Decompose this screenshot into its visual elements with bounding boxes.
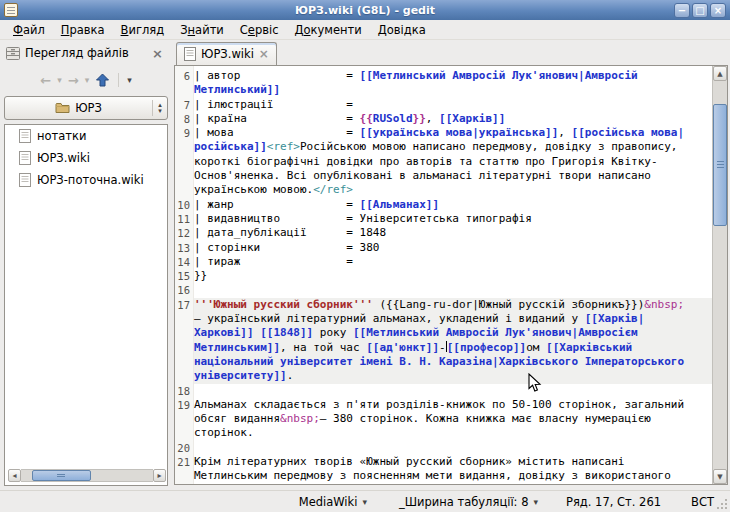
tab-width-dropdown-icon: ▾	[533, 497, 538, 507]
spinner-down-icon: ▾	[158, 108, 162, 114]
menu-search[interactable]: Знайти	[173, 21, 231, 39]
tab-yurz-wiki[interactable]: ЮРЗ.wiki ×	[176, 42, 277, 65]
text-view[interactable]: 6| автор = [[Метлинський Амвросій Лук'ян…	[175, 66, 712, 484]
window-title: ЮРЗ.wiki (G8L) - gedit	[0, 4, 730, 17]
folder-spinner[interactable]: ▴ ▾	[152, 100, 167, 116]
line-number: 16	[175, 283, 194, 297]
line-text	[194, 384, 712, 398]
line-number: 9	[175, 126, 194, 140]
menu-documents[interactable]: Документи	[288, 21, 369, 39]
scroll-down-icon[interactable]: ▼	[713, 469, 727, 484]
file-item[interactable]: ЮРЗ.wiki	[5, 147, 167, 169]
code-line: 20	[175, 441, 712, 455]
resize-grip[interactable]	[716, 498, 728, 510]
scroll-right-icon[interactable]: ▸	[153, 469, 166, 482]
side-panel-close-icon[interactable]: ×	[149, 46, 166, 61]
line-number	[175, 412, 194, 426]
line-text: Основ'яненка. Всі опубліковані в альмана…	[194, 169, 712, 183]
up-directory-icon[interactable]	[95, 73, 110, 87]
tab-bar: ЮРЗ.wiki ×	[174, 42, 728, 65]
line-number: 14	[175, 255, 194, 269]
file-item[interactable]: нотатки	[5, 125, 167, 147]
code-line: 18	[175, 384, 712, 398]
line-number: 8	[175, 112, 194, 126]
code-line: Метлинським передмову з поясненням мети …	[175, 469, 712, 483]
code-line: 19Альманах складається з п'яти розділів-…	[175, 398, 712, 412]
panel-menu-icon[interactable]: ▾	[127, 75, 132, 85]
line-number	[175, 312, 194, 326]
line-number: 11	[175, 212, 194, 226]
toolbar-separator	[118, 73, 119, 87]
line-number: 7	[175, 98, 194, 112]
line-number: 21	[175, 455, 194, 469]
hscroll-thumb[interactable]	[32, 470, 91, 481]
line-number	[175, 169, 194, 183]
side-panel-title: Перегляд файлів	[25, 46, 144, 60]
file-list: ◂ ▸ нотаткиЮРЗ.wikiЮРЗ-поточна.wiki	[4, 124, 168, 486]
line-text: Метлинський]]	[194, 83, 712, 97]
line-number: 15	[175, 269, 194, 283]
side-panel: Перегляд файлів × ← ▾ → ▾ ▾ ЮРЗ ▴ ▾ ◂	[2, 42, 170, 488]
code-line: — український літературний альманах, укл…	[175, 312, 712, 326]
line-text: '''Южный русский сборник''' ({{Lang-ru-d…	[194, 298, 712, 312]
tab-width-selector[interactable]: _Ширина табуляції: 8 ▾	[395, 495, 542, 509]
line-number	[175, 140, 194, 154]
code-line: обсяг видання&nbsp;— 380 сторінок. Кожна…	[175, 412, 712, 426]
maximize-button[interactable]: □	[692, 3, 708, 18]
line-number: 17	[175, 298, 194, 312]
code-line: 16	[175, 283, 712, 297]
file-item[interactable]: ЮРЗ-поточна.wiki	[5, 169, 167, 191]
text-view-frame: 6| автор = [[Метлинський Амвросій Лук'ян…	[174, 65, 728, 485]
code-line: 17'''Южный русский сборник''' ({{Lang-ru…	[175, 298, 712, 312]
line-text: | мова = [[українська мова|українська]],…	[194, 126, 712, 140]
line-number	[175, 183, 194, 197]
current-folder-dropdown[interactable]: ЮРЗ ▴ ▾	[4, 96, 168, 120]
mouse-cursor	[528, 373, 542, 393]
code-line: 7| ілюстрації =	[175, 98, 712, 112]
code-line: національний університет імені В. Н. Кар…	[175, 355, 712, 369]
tab-close-icon[interactable]: ×	[259, 47, 269, 61]
tab-document-icon	[184, 47, 196, 61]
language-dropdown-icon: ▾	[362, 497, 367, 507]
language-selector[interactable]: MediaWiki ▾	[295, 495, 371, 509]
forward-history-icon[interactable]: ▾	[85, 75, 90, 85]
line-text: сторінок.	[194, 426, 712, 440]
line-number	[175, 469, 194, 483]
close-button[interactable]: ×	[710, 3, 726, 18]
minimize-button[interactable]: −	[674, 3, 690, 18]
menubar: ФайлПравкаВиглядЗнайтиСервісДокументиДов…	[0, 20, 730, 40]
line-number	[175, 426, 194, 440]
forward-icon[interactable]: →	[68, 73, 79, 88]
file-icon	[19, 173, 31, 187]
line-text: }}	[194, 269, 712, 283]
line-text: | жанр = [[Альманах]]	[194, 198, 712, 212]
editor-area: ЮРЗ.wiki × 6| автор = [[Метлинський Амвр…	[174, 42, 728, 488]
line-text: Крім літературних творів «Южный русский …	[194, 455, 712, 469]
file-list-hscrollbar[interactable]: ◂ ▸	[8, 469, 166, 482]
scroll-up-icon[interactable]: ▲	[713, 66, 727, 81]
line-text: Харкові]] [[1848]] року [[Метлинський Ам…	[194, 326, 712, 340]
back-icon[interactable]: ←	[40, 73, 51, 88]
line-text: російська]]<ref>Російською мовою написан…	[194, 140, 712, 154]
scroll-left-icon[interactable]: ◂	[8, 469, 21, 482]
line-text: українською мовою.</ref>	[194, 183, 712, 197]
vscroll-thumb[interactable]	[713, 104, 727, 226]
menu-file[interactable]: Файл	[6, 21, 52, 39]
code-line: 11| видавництво = Університетська типогр…	[175, 212, 712, 226]
line-text	[194, 441, 712, 455]
language-label: MediaWiki	[299, 495, 358, 509]
line-number	[175, 341, 194, 355]
menu-help[interactable]: Довідка	[371, 21, 433, 39]
back-history-icon[interactable]: ▾	[57, 75, 62, 85]
titlebar[interactable]: ЮРЗ.wiki (G8L) - gedit − □ ×	[0, 0, 730, 20]
line-text: | сторінки = 380	[194, 241, 712, 255]
vertical-scrollbar[interactable]: ▲ ▼	[712, 66, 727, 484]
menu-tools[interactable]: Сервіс	[233, 21, 286, 39]
line-text	[194, 283, 712, 297]
line-text: — український літературний альманах, укл…	[194, 312, 712, 326]
file-name: ЮРЗ-поточна.wiki	[37, 173, 144, 187]
menu-view[interactable]: Вигляд	[114, 21, 172, 39]
menu-edit[interactable]: Правка	[54, 21, 112, 39]
code-line: 10| жанр = [[Альманах]]	[175, 198, 712, 212]
line-text: | країна = {{RUSold}}, [[Харків]]	[194, 112, 712, 126]
